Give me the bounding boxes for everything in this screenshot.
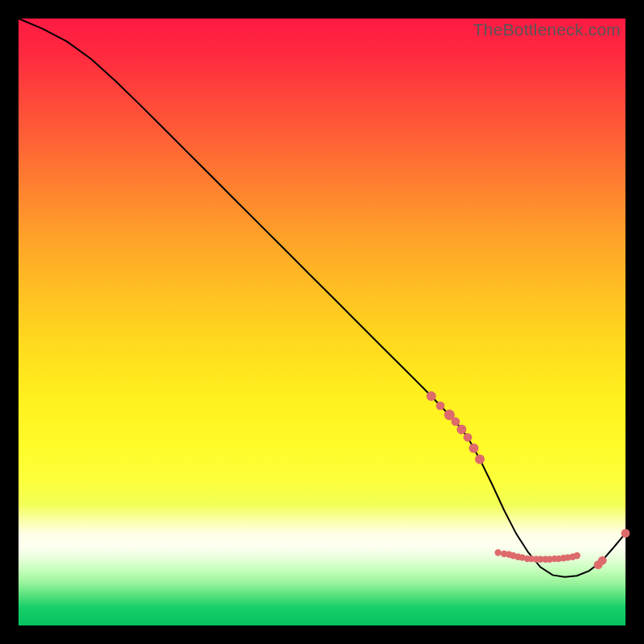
- data-point: [574, 552, 580, 559]
- chart-frame: TheBottleneck.com: [0, 0, 644, 644]
- data-point: [427, 391, 436, 401]
- bottleneck-curve: [19, 19, 625, 577]
- data-markers: [427, 391, 630, 569]
- data-point: [469, 444, 479, 453]
- data-point: [475, 454, 485, 464]
- data-point: [436, 402, 445, 411]
- plot-area: TheBottleneck.com: [19, 19, 625, 625]
- data-point: [495, 549, 502, 555]
- data-point: [598, 556, 607, 565]
- data-point: [456, 425, 466, 435]
- data-point: [621, 529, 630, 538]
- data-point: [452, 417, 460, 426]
- chart-svg: [19, 19, 625, 625]
- data-point: [464, 433, 473, 442]
